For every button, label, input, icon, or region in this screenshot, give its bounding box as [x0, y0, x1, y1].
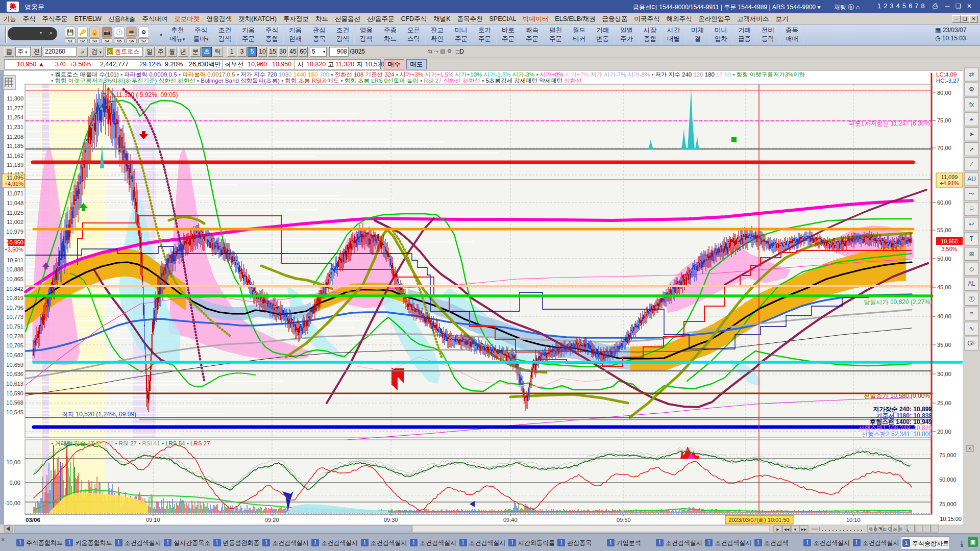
- svg-text:■: ■: [794, 528, 796, 531]
- svg-text:09:20: 09:20: [265, 517, 279, 523]
- svg-text:◇: ◇: [969, 265, 974, 272]
- svg-text:10,819: 10,819: [6, 295, 23, 301]
- svg-text:10,545: 10,545: [6, 409, 23, 415]
- svg-text:선행스팬2 52,341: 10,800: 선행스팬2 52,341: 10,800: [862, 431, 932, 438]
- svg-text:10,751: 10,751: [6, 323, 23, 330]
- svg-text:GF: GF: [967, 340, 976, 347]
- svg-text:⌸: ⌸: [970, 206, 973, 213]
- svg-text:25,00: 25,00: [937, 400, 951, 406]
- svg-text:10,00: 10,00: [6, 459, 20, 465]
- svg-text:10,705: 10,705: [6, 342, 23, 348]
- svg-text:55,00: 55,00: [937, 227, 951, 233]
- svg-text:⇄: ⇄: [969, 71, 974, 78]
- svg-text:70,00: 70,00: [937, 145, 951, 151]
- svg-text:-10,00: -10,00: [5, 500, 20, 506]
- svg-text:▪ 켐트로스 매물대 수(101) ▪ 파라볼릭 0,00: ▪ 켐트로스 매물대 수(101) ▪ 파라볼릭 0,0009,0,5 ▪ 파라…: [51, 71, 805, 78]
- svg-text:HC:-3,27: HC:-3,27: [936, 78, 960, 84]
- svg-text:당일시가 10,820 (2,27%): 당일시가 10,820 (2,27%): [864, 298, 932, 306]
- svg-text:11,254: 11,254: [7, 114, 23, 120]
- svg-text:〜: 〜: [969, 190, 975, 197]
- svg-text:최저 10,520 (1,24%, 09:09): 최저 10,520 (1,24%, 09:09): [62, 411, 136, 418]
- svg-text:10,865: 10,865: [6, 276, 23, 282]
- svg-text:03/06: 03/06: [26, 517, 40, 523]
- svg-text:0,00: 0,00: [10, 480, 20, 486]
- svg-text:◀◀: ◀◀: [784, 528, 790, 531]
- svg-text:∿: ∿: [969, 325, 974, 332]
- svg-text:⊞: ⊞: [969, 251, 974, 258]
- svg-text:75,000: 75,000: [939, 452, 957, 458]
- svg-text:10,659: 10,659: [6, 362, 23, 368]
- svg-text:➤: ➤: [969, 131, 974, 138]
- svg-text:09:10: 09:10: [146, 517, 160, 523]
- svg-text:≡: ≡: [970, 310, 973, 317]
- svg-text:09:50: 09:50: [617, 517, 631, 523]
- svg-text:30,00: 30,00: [937, 371, 951, 377]
- svg-text:+3,50%: +3,50%: [4, 246, 23, 253]
- svg-text:11,025: 11,025: [7, 210, 23, 216]
- svg-text:10,888: 10,888: [6, 266, 23, 272]
- svg-text:2023/03/07(화) 10:01:50: 2023/03/07(화) 10:01:50: [728, 517, 789, 523]
- svg-text:75,00: 75,00: [937, 117, 951, 123]
- svg-text:11,162: 11,162: [7, 153, 23, 159]
- svg-text:AL: AL: [968, 280, 975, 287]
- svg-text:↗: ↗: [969, 146, 974, 153]
- svg-text:10,682: 10,682: [6, 352, 23, 358]
- svg-text:fx: fx: [969, 101, 974, 108]
- svg-text:10,842: 10,842: [6, 286, 23, 292]
- svg-text:10,950: 10,950: [941, 238, 958, 244]
- svg-text:80,00: 80,00: [937, 90, 951, 96]
- svg-text:AU: AU: [967, 176, 976, 183]
- svg-text:11,139: 11,139: [7, 162, 23, 168]
- svg-text:11,002: 11,002: [7, 219, 23, 225]
- svg-text:10,796: 10,796: [6, 305, 23, 311]
- svg-text:LC:4,09: LC:4,09: [936, 71, 957, 78]
- svg-text:최고 11,320 ( 5,92%, 09:05): 최고 11,320 ( 5,92%, 09:05): [102, 91, 178, 98]
- svg-text:10,590: 10,590: [6, 390, 23, 396]
- svg-text:09:40: 09:40: [503, 517, 518, 523]
- svg-text:10,568: 10,568: [6, 399, 23, 406]
- svg-text:11,277: 11,277: [7, 105, 23, 111]
- svg-text:10,979: 10,979: [6, 229, 23, 235]
- svg-text:피봇1차저항선 11,247 (6,30%): 피봇1차저항선 11,247 (6,30%): [849, 120, 932, 127]
- svg-text:▪ 거래량 단순 17 27 108 ▪ RSI 27: ▪ 거래량 단순 17 27 108 ▪ RSI 27 ▪ RSI 41 ▪ L…: [51, 440, 210, 446]
- svg-text:전일종가 10,580 (0,00%): 전일종가 10,580 (0,00%): [864, 392, 932, 399]
- svg-text:3,50%: 3,50%: [941, 246, 957, 252]
- svg-text:⧉ ⧉ ⬔ ☲ ⭘ ⚔ ▦ 🔍: ⧉ ⧉ ⬔ ☲ ⭘ ⚔ ▦ 🔍: [869, 526, 910, 532]
- svg-text:11,231: 11,231: [7, 124, 23, 130]
- svg-text:10,911: 10,911: [7, 257, 23, 263]
- svg-text:11,300: 11,300: [7, 95, 23, 102]
- svg-text:10:15:00: 10:15:00: [940, 516, 962, 522]
- svg-text:저가장순 240: 10,899: 저가장순 240: 10,899: [873, 406, 933, 413]
- svg-text:Ⓣ: Ⓣ: [969, 295, 975, 303]
- svg-text:25,000: 25,000: [939, 501, 957, 507]
- svg-text:50,00: 50,00: [937, 256, 951, 262]
- svg-text:⚙: ⚙: [969, 86, 974, 93]
- svg-text:11,208: 11,208: [7, 134, 23, 140]
- svg-text:11,071: 11,071: [7, 190, 23, 196]
- svg-text:60,00: 60,00: [937, 199, 951, 206]
- svg-text:09:30: 09:30: [384, 517, 398, 523]
- svg-text:▶: ▶: [776, 528, 779, 531]
- svg-text:▪ 힘힘 아랫구름저가3%이하(하루전기준) 상한선 하: ▪ 힘힘 아랫구름저가3%이하(하루전기준) 상한선 하한선 ▪ Bolling…: [51, 78, 582, 84]
- svg-text:35,00: 35,00: [937, 342, 951, 348]
- svg-text:11,048: 11,048: [7, 200, 23, 206]
- svg-text:10,728: 10,728: [6, 333, 23, 339]
- svg-text:11,185: 11,185: [7, 143, 23, 149]
- svg-text:10,773: 10,773: [6, 314, 23, 320]
- svg-text:T: T: [970, 235, 974, 242]
- svg-text:⏶: ⏶: [969, 116, 974, 123]
- svg-text:50,000: 50,000: [939, 477, 957, 483]
- svg-text:11,099: 11,099: [941, 174, 958, 180]
- svg-text:+4,91%: +4,91%: [4, 181, 23, 187]
- svg-text:10:10: 10:10: [846, 517, 861, 523]
- svg-text:↩: ↩: [969, 220, 974, 228]
- svg-text:+4,91%: +4,91%: [940, 180, 959, 186]
- svg-text:10,636: 10,636: [6, 371, 23, 377]
- svg-text:20,00: 20,00: [937, 429, 951, 435]
- svg-text:10,950: 10,950: [6, 239, 23, 245]
- svg-text:11,095: 11,095: [7, 174, 23, 181]
- svg-text:45,00: 45,00: [937, 284, 951, 290]
- svg-text:10,613: 10,613: [6, 381, 23, 387]
- svg-text:40,00: 40,00: [937, 313, 951, 319]
- svg-text:▶▶: ▶▶: [801, 528, 807, 531]
